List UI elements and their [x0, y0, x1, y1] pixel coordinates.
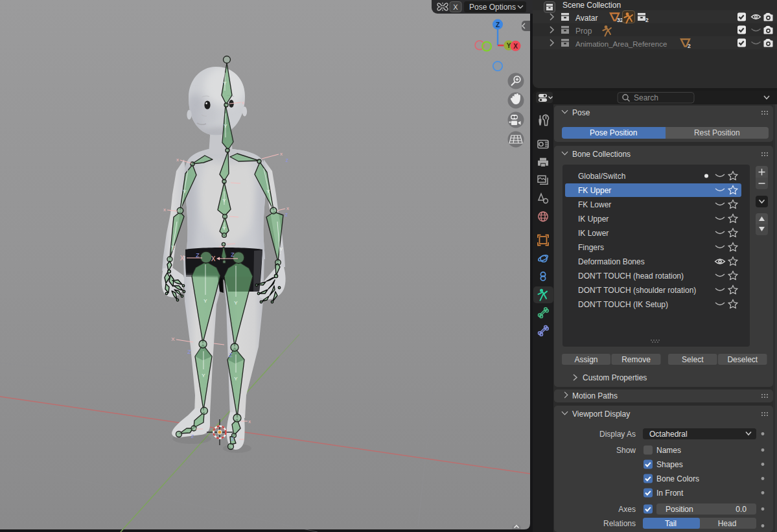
svg-text:Y: Y — [222, 198, 226, 203]
svg-text:Search: Search — [634, 93, 658, 102]
svg-text:Y: Y — [279, 246, 283, 252]
svg-text:Names: Names — [656, 446, 681, 455]
svg-text:IK Lower: IK Lower — [578, 229, 609, 238]
svg-text:z: z — [286, 157, 289, 163]
svg-text:z: z — [285, 211, 288, 218]
svg-text:Z: Z — [187, 349, 191, 355]
svg-text:Show: Show — [616, 446, 636, 455]
svg-text:Global/Switch: Global/Switch — [578, 172, 625, 181]
svg-text:Shapes: Shapes — [656, 460, 683, 469]
svg-text:Axes: Axes — [618, 505, 636, 514]
svg-text:x: x — [280, 151, 283, 157]
svg-text:Y: Y — [222, 226, 226, 231]
svg-text:Y: Y — [203, 298, 207, 304]
svg-text:Y: Y — [202, 373, 205, 378]
svg-text:z: z — [231, 435, 235, 442]
svg-text:Z: Z — [496, 21, 500, 29]
svg-text:x: x — [176, 157, 179, 163]
svg-text:Assign: Assign — [574, 355, 597, 364]
svg-text:IK Upper: IK Upper — [578, 214, 609, 224]
svg-text:Bone Colors: Bone Colors — [656, 474, 699, 483]
svg-text:X: X — [180, 255, 185, 262]
svg-text:Y: Y — [171, 244, 175, 250]
svg-text:Octahedral: Octahedral — [649, 430, 688, 439]
svg-text:FK Upper: FK Upper — [578, 186, 611, 195]
svg-text:In Front: In Front — [656, 489, 684, 498]
svg-text:x: x — [248, 419, 251, 424]
svg-text:Deformation Bones: Deformation Bones — [578, 257, 645, 266]
svg-text:DON'T TOUCH (shoulder rotation: DON'T TOUCH (shoulder rotation) — [578, 286, 696, 295]
svg-text:X: X — [513, 43, 518, 50]
svg-text:Fingers: Fingers — [578, 243, 604, 252]
svg-text:Head: Head — [718, 519, 737, 528]
svg-text:Y: Y — [223, 80, 227, 86]
svg-text:Y: Y — [224, 123, 227, 129]
svg-text:x: x — [163, 207, 166, 213]
svg-text:Z: Z — [229, 352, 233, 358]
svg-text:Y: Y — [234, 376, 238, 382]
svg-text:Custom Properties: Custom Properties — [583, 373, 647, 382]
svg-text:Deselect: Deselect — [727, 355, 758, 364]
svg-text:Position: Position — [666, 505, 693, 514]
svg-text:0.0: 0.0 — [736, 505, 747, 514]
svg-text:z: z — [191, 433, 194, 439]
svg-text:Y: Y — [266, 189, 270, 194]
svg-text:Y: Y — [183, 189, 187, 194]
svg-text:x: x — [286, 205, 289, 211]
svg-text:Relations: Relations — [603, 519, 636, 528]
svg-text:X: X — [453, 3, 458, 11]
svg-text:Display As: Display As — [599, 430, 636, 439]
svg-text:DON'T TOUCH (head rotation): DON'T TOUCH (head rotation) — [578, 272, 684, 281]
svg-text:Pose Options: Pose Options — [469, 3, 516, 12]
svg-text:X: X — [171, 336, 175, 342]
svg-text:FK Lower: FK Lower — [578, 200, 611, 209]
svg-text:x: x — [242, 100, 244, 106]
svg-text:Z: Z — [196, 252, 200, 259]
svg-text:DON'T TOUCH (IK Setup): DON'T TOUCH (IK Setup) — [578, 300, 668, 309]
svg-text:Select: Select — [682, 355, 704, 364]
svg-text:Z: Z — [231, 251, 235, 258]
svg-text:Remove: Remove — [621, 355, 651, 364]
svg-text:Tail: Tail — [665, 519, 677, 528]
svg-text:X: X — [211, 255, 216, 262]
svg-text:Y: Y — [234, 300, 238, 306]
